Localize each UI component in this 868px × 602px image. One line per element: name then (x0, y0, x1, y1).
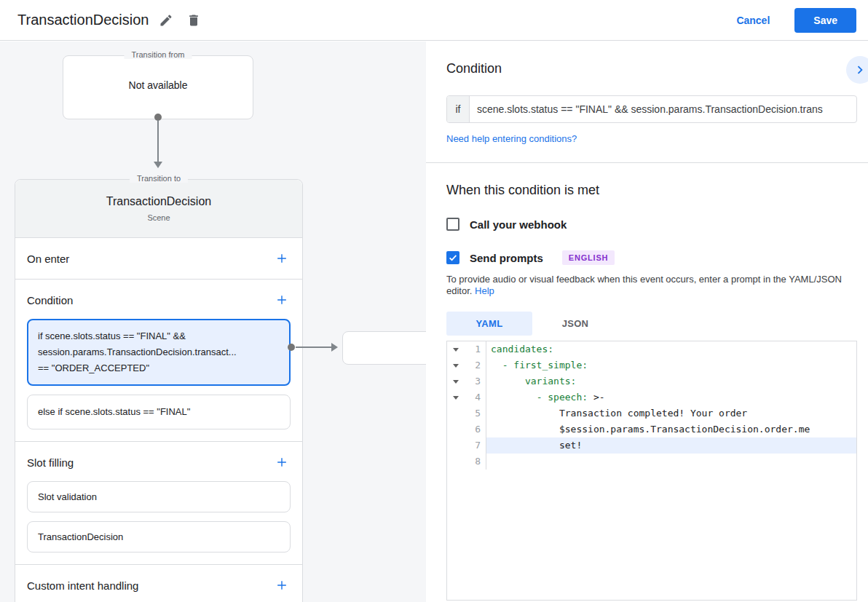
fold-gutter-cell (447, 405, 465, 421)
code-line[interactable]: 5 Transaction completed! Your order (447, 405, 856, 421)
arrow-right-icon (331, 343, 338, 352)
page-title: TransactionDecision (17, 12, 149, 28)
fold-gutter-cell (447, 437, 465, 454)
slot-card[interactable]: TransactionDecision (27, 521, 291, 553)
prompts-hint-text: To provide audio or visual feedback when… (446, 274, 856, 297)
condition-card[interactable]: else if scene.slots.status == "FINAL" (27, 395, 291, 429)
code-text[interactable] (486, 454, 856, 470)
collapse-panel-button[interactable] (846, 56, 868, 84)
slot-filling-label: Slot filling (27, 456, 74, 469)
line-number: 5 (465, 405, 486, 421)
next-scene-box[interactable] (342, 331, 426, 365)
condition-items: if scene.slots.status == "FINAL" && sess… (27, 319, 291, 429)
tab-json[interactable]: JSON (532, 312, 618, 336)
panel-divider (426, 162, 868, 163)
transition-arrow-line (157, 120, 159, 162)
code-text[interactable]: $session.params.TransactionDecision.orde… (486, 421, 856, 437)
transition-arrow-line (296, 346, 332, 348)
top-bar: TransactionDecision Cancel Save (0, 0, 868, 41)
code-line[interactable]: 3 variants: (447, 373, 856, 389)
if-prefix-label: if (447, 96, 470, 122)
add-condition-button[interactable] (273, 291, 291, 309)
code-line[interactable]: 1candidates: (447, 341, 856, 357)
slot-card[interactable]: Slot validation (27, 481, 291, 512)
code-line[interactable]: 8 (447, 454, 856, 470)
language-badge: ENGLISH (562, 250, 615, 265)
line-number: 8 (465, 454, 486, 470)
call-webhook-label[interactable]: Call your webhook (470, 218, 567, 231)
save-button[interactable]: Save (794, 8, 856, 33)
line-number: 3 (465, 373, 486, 389)
on-enter-label: On enter (27, 253, 69, 265)
plus-icon (275, 455, 289, 470)
add-on-enter-button[interactable] (273, 250, 291, 267)
custom-intent-section: Custom intent handling (15, 565, 302, 602)
scene-diagram-canvas: Transition from Not available Transition… (0, 41, 426, 602)
send-prompts-row: Send prompts ENGLISH (446, 250, 857, 265)
code-text[interactable]: candidates: (486, 341, 856, 357)
plus-icon (275, 293, 289, 307)
arrow-down-icon (154, 162, 162, 168)
fold-gutter-cell (447, 421, 465, 437)
slot-filling-section: Slot filling Slot validationTransactionD… (15, 442, 302, 565)
send-prompts-label[interactable]: Send prompts (470, 252, 543, 264)
fold-gutter-cell (447, 454, 465, 470)
condition-section: Condition if scene.slots.status == "FINA… (15, 280, 302, 442)
transition-from-legend: Transition from (125, 50, 192, 59)
when-condition-met-title: When this condition is met (446, 183, 857, 198)
scene-card: Transition to TransactionDecision Scene … (15, 179, 303, 602)
code-line[interactable]: 2 - first_simple: (447, 357, 856, 373)
code-text[interactable]: - speech: >- (486, 389, 856, 405)
transition-from-value: Not available (63, 79, 253, 91)
tab-yaml[interactable]: YAML (446, 312, 532, 336)
fold-arrow-icon[interactable] (453, 380, 459, 384)
code-line[interactable]: 6 $session.params.TransactionDecision.or… (447, 421, 856, 437)
help-link[interactable]: Help (475, 285, 494, 296)
trash-icon (186, 13, 201, 28)
checkmark-icon (448, 253, 458, 263)
connector-dot (288, 344, 295, 351)
transition-from-box: Transition from Not available (63, 55, 253, 119)
code-text[interactable]: - first_simple: (486, 357, 856, 373)
call-webhook-checkbox[interactable] (446, 218, 459, 231)
code-line[interactable]: 4 - speech: >- (447, 389, 856, 405)
scene-name: TransactionDecision (15, 195, 302, 208)
editor-tabs: YAMLJSON (446, 312, 857, 336)
transition-to-legend: Transition to (130, 174, 188, 183)
fold-gutter-cell[interactable] (447, 341, 465, 357)
line-number: 4 (465, 389, 486, 405)
line-number: 1 (465, 341, 486, 357)
code-text[interactable]: variants: (486, 373, 856, 389)
custom-intent-label: Custom intent handling (27, 579, 138, 592)
edit-title-button[interactable] (154, 9, 178, 32)
fold-gutter-cell[interactable] (447, 373, 465, 389)
plus-icon (275, 578, 289, 593)
fold-arrow-icon[interactable] (453, 364, 459, 368)
plus-icon (275, 251, 289, 266)
code-text[interactable]: set! (486, 437, 856, 454)
cancel-button[interactable]: Cancel (736, 15, 770, 26)
condition-section-label: Condition (27, 294, 73, 306)
code-line[interactable]: 7 set! (447, 437, 856, 454)
condition-detail-panel: Condition if scene.slots.status == "FINA… (426, 41, 868, 602)
fold-arrow-icon[interactable] (453, 396, 459, 400)
condition-expression-input[interactable]: if scene.slots.status == "FINAL" && sess… (446, 95, 857, 123)
conditions-help-link[interactable]: Need help entering conditions? (446, 133, 577, 144)
condition-card[interactable]: if scene.slots.status == "FINAL" && sess… (27, 319, 291, 386)
prompts-hint-body: To provide audio or visual feedback when… (446, 274, 842, 296)
chevron-right-icon (852, 62, 868, 78)
on-enter-section: On enter (15, 238, 302, 280)
panel-title: Condition (446, 60, 857, 76)
fold-gutter-cell[interactable] (447, 357, 465, 373)
send-prompts-checkbox[interactable] (446, 251, 459, 264)
yaml-editor[interactable]: 1candidates:2 - first_simple:3 variants:… (446, 341, 857, 601)
fold-gutter-cell[interactable] (447, 389, 465, 405)
fold-arrow-icon[interactable] (453, 348, 459, 352)
slot-items: Slot validationTransactionDecision (27, 481, 291, 553)
add-slot-button[interactable] (273, 454, 291, 471)
delete-scene-button[interactable] (182, 9, 205, 32)
code-text[interactable]: Transaction completed! Your order (486, 405, 856, 421)
line-number: 7 (465, 437, 486, 454)
line-number: 6 (465, 421, 486, 437)
add-custom-intent-button[interactable] (273, 577, 291, 594)
